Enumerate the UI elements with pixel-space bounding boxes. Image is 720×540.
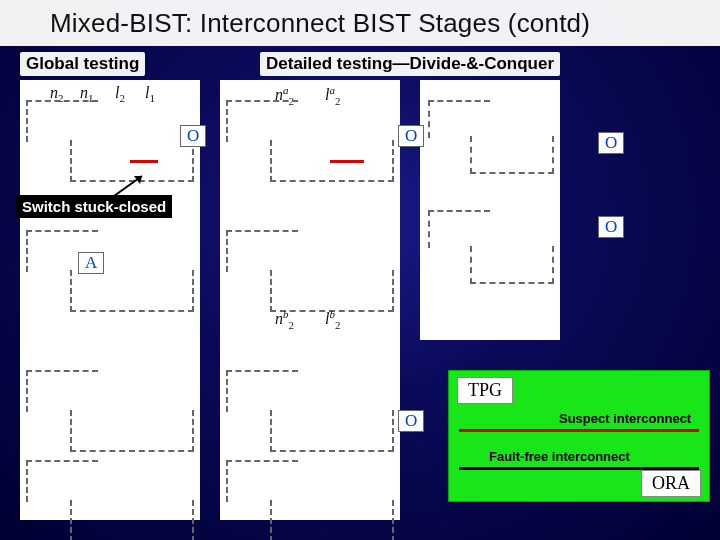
slide: Mixed-BIST: Interconnect BIST Stages (co… (0, 0, 720, 540)
legend-tpg: TPG (457, 377, 513, 404)
route-segment (470, 246, 554, 284)
route-segment (26, 370, 98, 412)
route-segment (270, 270, 394, 312)
subhead-detailed-testing: Detailed testing—Divide-&-Conquer (260, 52, 560, 76)
route-segment (428, 210, 490, 248)
diagram-panel-detailed-b (420, 80, 560, 340)
fault-marker (130, 160, 158, 163)
legend-faultfree-label: Fault-free interconnect (489, 449, 630, 464)
route-segment (70, 410, 194, 452)
route-segment (70, 270, 194, 312)
legend-suspect-label: Suspect interconnect (559, 411, 691, 426)
var-l2: l2 (115, 84, 125, 104)
route-segment (226, 230, 298, 272)
legend-suspect-line (459, 429, 699, 432)
badge-o-5: O (398, 410, 424, 432)
diagram-panel-global: n2 n1 l2 l1 (20, 80, 200, 520)
route-segment (270, 410, 394, 452)
badge-o-1: O (180, 125, 206, 147)
legend-ora: ORA (641, 470, 701, 497)
var-l2b: lb2 (325, 308, 340, 331)
route-segment (428, 100, 490, 138)
badge-a: A (78, 252, 104, 274)
route-segment (70, 500, 194, 540)
var-n2b: nb2 (275, 308, 294, 331)
badge-o-4: O (598, 216, 624, 238)
var-l1: l1 (145, 84, 155, 104)
route-segment (26, 460, 98, 502)
route-segment (470, 136, 554, 174)
route-segment (26, 100, 98, 142)
route-segment (226, 460, 298, 502)
legend-box: TPG Suspect interconnect Fault-free inte… (448, 370, 710, 502)
slide-title: Mixed-BIST: Interconnect BIST Stages (co… (50, 8, 700, 39)
badge-o-2: O (398, 125, 424, 147)
subhead-global-testing: Global testing (20, 52, 145, 76)
badge-o-3: O (598, 132, 624, 154)
var-l2a: la2 (325, 84, 340, 107)
diagram-panel-detailed-a: na2 la2 nb2 lb2 (220, 80, 400, 520)
route-segment (226, 100, 298, 142)
fault-marker (330, 160, 364, 163)
route-segment (226, 370, 298, 412)
route-segment (270, 500, 394, 540)
arrow-icon (110, 170, 150, 200)
